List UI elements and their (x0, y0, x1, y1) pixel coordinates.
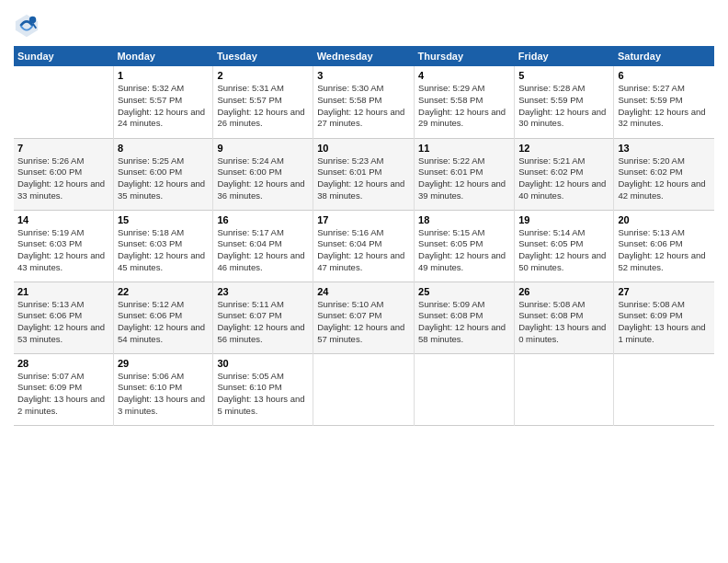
day-cell: 21Sunrise: 5:13 AM Sunset: 6:06 PM Dayli… (14, 282, 113, 353)
day-number: 6 (618, 70, 711, 81)
day-cell (14, 66, 113, 138)
day-number: 9 (217, 143, 309, 154)
week-row-3: 14Sunrise: 5:19 AM Sunset: 6:03 PM Dayli… (14, 210, 714, 282)
day-cell: 19Sunrise: 5:14 AM Sunset: 6:05 PM Dayli… (515, 210, 614, 282)
header-cell-friday: Friday (515, 46, 614, 66)
day-info: Sunrise: 5:31 AM Sunset: 5:57 PM Dayligh… (217, 83, 309, 130)
day-number: 17 (317, 214, 410, 225)
day-cell: 8Sunrise: 5:25 AM Sunset: 6:00 PM Daylig… (113, 138, 213, 210)
day-cell: 11Sunrise: 5:22 AM Sunset: 6:01 PM Dayli… (415, 138, 515, 210)
day-cell: 12Sunrise: 5:21 AM Sunset: 6:02 PM Dayli… (515, 138, 614, 210)
day-info: Sunrise: 5:28 AM Sunset: 5:59 PM Dayligh… (518, 83, 609, 130)
logo (14, 13, 43, 39)
day-cell: 13Sunrise: 5:20 AM Sunset: 6:02 PM Dayli… (614, 138, 714, 210)
day-number: 30 (217, 358, 309, 369)
day-cell: 18Sunrise: 5:15 AM Sunset: 6:05 PM Dayli… (415, 210, 515, 282)
day-info: Sunrise: 5:30 AM Sunset: 5:58 PM Dayligh… (317, 83, 410, 130)
header-cell-thursday: Thursday (415, 46, 515, 66)
day-cell: 30Sunrise: 5:05 AM Sunset: 6:10 PM Dayli… (213, 353, 313, 425)
day-cell: 24Sunrise: 5:10 AM Sunset: 6:07 PM Dayli… (313, 282, 415, 353)
day-cell: 26Sunrise: 5:08 AM Sunset: 6:08 PM Dayli… (515, 282, 614, 353)
day-info: Sunrise: 5:32 AM Sunset: 5:57 PM Dayligh… (118, 83, 210, 130)
day-info: Sunrise: 5:08 AM Sunset: 6:08 PM Dayligh… (518, 299, 609, 346)
day-info: Sunrise: 5:16 AM Sunset: 6:04 PM Dayligh… (317, 227, 410, 274)
day-cell (614, 353, 714, 425)
day-cell: 27Sunrise: 5:08 AM Sunset: 6:09 PM Dayli… (614, 282, 714, 353)
day-number: 5 (518, 70, 609, 81)
header-cell-wednesday: Wednesday (313, 46, 415, 66)
day-cell: 23Sunrise: 5:11 AM Sunset: 6:07 PM Dayli… (213, 282, 313, 353)
day-number: 3 (317, 70, 410, 81)
day-info: Sunrise: 5:21 AM Sunset: 6:02 PM Dayligh… (518, 155, 609, 202)
day-info: Sunrise: 5:12 AM Sunset: 6:06 PM Dayligh… (118, 299, 210, 346)
day-number: 12 (518, 143, 609, 154)
day-info: Sunrise: 5:29 AM Sunset: 5:58 PM Dayligh… (418, 83, 510, 130)
day-number: 16 (217, 214, 309, 225)
day-number: 26 (518, 286, 609, 297)
day-cell: 4Sunrise: 5:29 AM Sunset: 5:58 PM Daylig… (415, 66, 515, 138)
day-number: 1 (118, 70, 210, 81)
day-number: 7 (17, 143, 109, 154)
day-cell: 25Sunrise: 5:09 AM Sunset: 6:08 PM Dayli… (415, 282, 515, 353)
day-cell: 7Sunrise: 5:26 AM Sunset: 6:00 PM Daylig… (14, 138, 113, 210)
day-cell: 16Sunrise: 5:17 AM Sunset: 6:04 PM Dayli… (213, 210, 313, 282)
day-info: Sunrise: 5:13 AM Sunset: 6:06 PM Dayligh… (17, 299, 109, 346)
day-number: 27 (618, 286, 711, 297)
day-cell: 14Sunrise: 5:19 AM Sunset: 6:03 PM Dayli… (14, 210, 113, 282)
day-cell: 10Sunrise: 5:23 AM Sunset: 6:01 PM Dayli… (313, 138, 415, 210)
day-number: 22 (118, 286, 210, 297)
day-number: 14 (17, 214, 109, 225)
day-cell: 29Sunrise: 5:06 AM Sunset: 6:10 PM Dayli… (113, 353, 213, 425)
day-cell: 9Sunrise: 5:24 AM Sunset: 6:00 PM Daylig… (213, 138, 313, 210)
day-cell: 15Sunrise: 5:18 AM Sunset: 6:03 PM Dayli… (113, 210, 213, 282)
day-number: 13 (618, 143, 711, 154)
week-row-2: 7Sunrise: 5:26 AM Sunset: 6:00 PM Daylig… (14, 138, 714, 210)
day-cell (515, 353, 614, 425)
header-cell-monday: Monday (113, 46, 213, 66)
day-cell: 28Sunrise: 5:07 AM Sunset: 6:09 PM Dayli… (14, 353, 113, 425)
week-row-5: 28Sunrise: 5:07 AM Sunset: 6:09 PM Dayli… (14, 353, 714, 425)
day-info: Sunrise: 5:05 AM Sunset: 6:10 PM Dayligh… (217, 371, 309, 418)
day-cell (313, 353, 415, 425)
week-row-1: 1Sunrise: 5:32 AM Sunset: 5:57 PM Daylig… (14, 66, 714, 138)
day-number: 19 (518, 214, 609, 225)
day-cell: 22Sunrise: 5:12 AM Sunset: 6:06 PM Dayli… (113, 282, 213, 353)
day-number: 20 (618, 214, 711, 225)
day-cell: 5Sunrise: 5:28 AM Sunset: 5:59 PM Daylig… (515, 66, 614, 138)
day-info: Sunrise: 5:25 AM Sunset: 6:00 PM Dayligh… (118, 155, 210, 202)
day-number: 11 (418, 143, 510, 154)
day-number: 4 (418, 70, 510, 81)
logo-icon (14, 13, 40, 39)
day-cell: 20Sunrise: 5:13 AM Sunset: 6:06 PM Dayli… (614, 210, 714, 282)
day-number: 29 (118, 358, 210, 369)
main-container: SundayMondayTuesdayWednesdayThursdayFrid… (0, 0, 728, 435)
header-cell-saturday: Saturday (614, 46, 714, 66)
day-info: Sunrise: 5:14 AM Sunset: 6:05 PM Dayligh… (518, 227, 609, 274)
day-number: 2 (217, 70, 309, 81)
week-row-4: 21Sunrise: 5:13 AM Sunset: 6:06 PM Dayli… (14, 282, 714, 353)
svg-point-1 (29, 17, 36, 23)
header-cell-tuesday: Tuesday (213, 46, 313, 66)
day-number: 23 (217, 286, 309, 297)
day-cell: 1Sunrise: 5:32 AM Sunset: 5:57 PM Daylig… (113, 66, 213, 138)
day-number: 8 (118, 143, 210, 154)
day-info: Sunrise: 5:11 AM Sunset: 6:07 PM Dayligh… (217, 299, 309, 346)
day-info: Sunrise: 5:17 AM Sunset: 6:04 PM Dayligh… (217, 227, 309, 274)
day-cell: 17Sunrise: 5:16 AM Sunset: 6:04 PM Dayli… (313, 210, 415, 282)
day-info: Sunrise: 5:07 AM Sunset: 6:09 PM Dayligh… (17, 371, 109, 418)
day-info: Sunrise: 5:15 AM Sunset: 6:05 PM Dayligh… (418, 227, 510, 274)
header (14, 9, 714, 39)
day-number: 28 (17, 358, 109, 369)
day-info: Sunrise: 5:27 AM Sunset: 5:59 PM Dayligh… (618, 83, 711, 130)
day-info: Sunrise: 5:10 AM Sunset: 6:07 PM Dayligh… (317, 299, 410, 346)
day-info: Sunrise: 5:13 AM Sunset: 6:06 PM Dayligh… (618, 227, 711, 274)
day-info: Sunrise: 5:23 AM Sunset: 6:01 PM Dayligh… (317, 155, 410, 202)
day-number: 10 (317, 143, 410, 154)
day-info: Sunrise: 5:18 AM Sunset: 6:03 PM Dayligh… (118, 227, 210, 274)
day-info: Sunrise: 5:24 AM Sunset: 6:00 PM Dayligh… (217, 155, 309, 202)
day-info: Sunrise: 5:20 AM Sunset: 6:02 PM Dayligh… (618, 155, 711, 202)
day-cell: 6Sunrise: 5:27 AM Sunset: 5:59 PM Daylig… (614, 66, 714, 138)
header-row: SundayMondayTuesdayWednesdayThursdayFrid… (14, 46, 714, 66)
day-info: Sunrise: 5:08 AM Sunset: 6:09 PM Dayligh… (618, 299, 711, 346)
day-info: Sunrise: 5:06 AM Sunset: 6:10 PM Dayligh… (118, 371, 210, 418)
